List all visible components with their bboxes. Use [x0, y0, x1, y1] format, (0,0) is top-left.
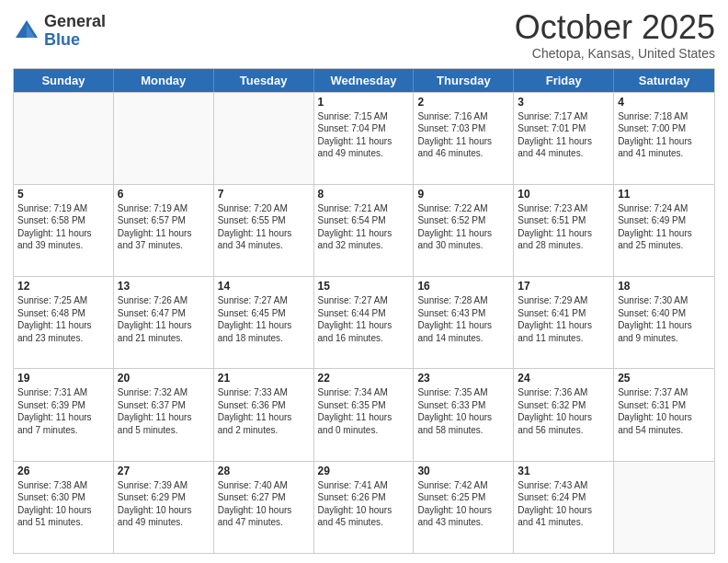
calendar-body: 1Sunrise: 7:15 AM Sunset: 7:04 PM Daylig… [14, 92, 714, 553]
day-cell-26: 26Sunrise: 7:38 AM Sunset: 6:30 PM Dayli… [14, 462, 114, 553]
day-info: Sunrise: 7:32 AM Sunset: 6:37 PM Dayligh… [118, 386, 210, 436]
day-cell-25: 25Sunrise: 7:37 AM Sunset: 6:31 PM Dayli… [614, 369, 714, 460]
day-number: 18 [618, 280, 711, 293]
day-number: 20 [118, 372, 210, 385]
logo-blue-text: Blue [44, 31, 106, 50]
day-info: Sunrise: 7:21 AM Sunset: 6:54 PM Dayligh… [318, 202, 410, 252]
day-cell-13: 13Sunrise: 7:26 AM Sunset: 6:47 PM Dayli… [114, 277, 214, 368]
day-info: Sunrise: 7:34 AM Sunset: 6:35 PM Dayligh… [318, 386, 410, 436]
day-info: Sunrise: 7:16 AM Sunset: 7:03 PM Dayligh… [417, 110, 509, 160]
day-cell-16: 16Sunrise: 7:28 AM Sunset: 6:43 PM Dayli… [414, 277, 514, 368]
calendar-week-4: 19Sunrise: 7:31 AM Sunset: 6:39 PM Dayli… [14, 368, 714, 460]
page: General Blue October 2025 Chetopa, Kansa… [0, 0, 728, 563]
day-cell-6: 6Sunrise: 7:19 AM Sunset: 6:57 PM Daylig… [114, 185, 214, 276]
day-number: 11 [618, 188, 711, 201]
day-cell-9: 9Sunrise: 7:22 AM Sunset: 6:52 PM Daylig… [414, 185, 514, 276]
title-block: October 2025 Chetopa, Kansas, United Sta… [515, 9, 715, 61]
day-number: 12 [17, 280, 109, 293]
day-number: 22 [318, 372, 410, 385]
day-info: Sunrise: 7:20 AM Sunset: 6:55 PM Dayligh… [218, 202, 310, 252]
day-cell-14: 14Sunrise: 7:27 AM Sunset: 6:45 PM Dayli… [214, 277, 314, 368]
day-info: Sunrise: 7:42 AM Sunset: 6:25 PM Dayligh… [417, 479, 509, 529]
day-info: Sunrise: 7:17 AM Sunset: 7:01 PM Dayligh… [518, 110, 609, 160]
header-day-wednesday: Wednesday [314, 69, 415, 92]
day-cell-10: 10Sunrise: 7:23 AM Sunset: 6:51 PM Dayli… [514, 185, 614, 276]
day-number: 29 [318, 465, 410, 477]
day-info: Sunrise: 7:27 AM Sunset: 6:45 PM Dayligh… [218, 294, 310, 344]
day-number: 4 [618, 96, 711, 109]
day-number: 17 [518, 280, 609, 293]
day-info: Sunrise: 7:19 AM Sunset: 6:58 PM Dayligh… [17, 202, 109, 252]
day-cell-empty [614, 462, 714, 553]
day-info: Sunrise: 7:39 AM Sunset: 6:29 PM Dayligh… [118, 479, 210, 529]
day-number: 26 [17, 465, 109, 477]
calendar-header: SundayMondayTuesdayWednesdayThursdayFrid… [14, 69, 714, 92]
day-number: 14 [218, 280, 310, 293]
day-cell-3: 3Sunrise: 7:17 AM Sunset: 7:01 PM Daylig… [514, 93, 614, 184]
day-number: 7 [218, 188, 310, 201]
day-info: Sunrise: 7:28 AM Sunset: 6:43 PM Dayligh… [417, 294, 509, 344]
logo-text: General Blue [44, 13, 106, 50]
day-number: 3 [518, 96, 609, 109]
day-cell-18: 18Sunrise: 7:30 AM Sunset: 6:40 PM Dayli… [614, 277, 714, 368]
day-cell-27: 27Sunrise: 7:39 AM Sunset: 6:29 PM Dayli… [114, 462, 214, 553]
day-info: Sunrise: 7:27 AM Sunset: 6:44 PM Dayligh… [318, 294, 410, 344]
header-day-sunday: Sunday [14, 69, 114, 92]
header-day-saturday: Saturday [614, 69, 714, 92]
day-number: 8 [318, 188, 410, 201]
header-day-tuesday: Tuesday [214, 69, 314, 92]
day-info: Sunrise: 7:40 AM Sunset: 6:27 PM Dayligh… [218, 479, 310, 529]
header: General Blue October 2025 Chetopa, Kansa… [13, 9, 715, 61]
day-number: 25 [618, 372, 711, 385]
day-info: Sunrise: 7:41 AM Sunset: 6:26 PM Dayligh… [318, 479, 410, 529]
calendar-week-5: 26Sunrise: 7:38 AM Sunset: 6:30 PM Dayli… [14, 461, 714, 553]
calendar-week-2: 5Sunrise: 7:19 AM Sunset: 6:58 PM Daylig… [14, 184, 714, 276]
day-info: Sunrise: 7:22 AM Sunset: 6:52 PM Dayligh… [417, 202, 509, 252]
day-cell-30: 30Sunrise: 7:42 AM Sunset: 6:25 PM Dayli… [414, 462, 514, 553]
day-cell-23: 23Sunrise: 7:35 AM Sunset: 6:33 PM Dayli… [414, 369, 514, 460]
day-number: 10 [518, 188, 609, 201]
day-cell-17: 17Sunrise: 7:29 AM Sunset: 6:41 PM Dayli… [514, 277, 614, 368]
day-info: Sunrise: 7:26 AM Sunset: 6:47 PM Dayligh… [118, 294, 210, 344]
month-title: October 2025 [515, 9, 715, 46]
logo-icon [13, 17, 40, 45]
day-cell-11: 11Sunrise: 7:24 AM Sunset: 6:49 PM Dayli… [614, 185, 714, 276]
day-cell-12: 12Sunrise: 7:25 AM Sunset: 6:48 PM Dayli… [14, 277, 114, 368]
day-number: 15 [318, 280, 410, 293]
day-number: 23 [417, 372, 509, 385]
day-info: Sunrise: 7:30 AM Sunset: 6:40 PM Dayligh… [618, 294, 711, 344]
logo: General Blue [13, 13, 106, 50]
day-number: 6 [118, 188, 210, 201]
day-cell-8: 8Sunrise: 7:21 AM Sunset: 6:54 PM Daylig… [314, 185, 415, 276]
day-number: 21 [218, 372, 310, 385]
day-info: Sunrise: 7:19 AM Sunset: 6:57 PM Dayligh… [118, 202, 210, 252]
day-cell-19: 19Sunrise: 7:31 AM Sunset: 6:39 PM Dayli… [14, 369, 114, 460]
day-cell-28: 28Sunrise: 7:40 AM Sunset: 6:27 PM Dayli… [214, 462, 314, 553]
day-number: 9 [417, 188, 509, 201]
day-cell-4: 4Sunrise: 7:18 AM Sunset: 7:00 PM Daylig… [614, 93, 714, 184]
header-day-friday: Friday [514, 69, 614, 92]
day-cell-empty [214, 93, 314, 184]
day-cell-21: 21Sunrise: 7:33 AM Sunset: 6:36 PM Dayli… [214, 369, 314, 460]
day-cell-20: 20Sunrise: 7:32 AM Sunset: 6:37 PM Dayli… [114, 369, 214, 460]
day-cell-7: 7Sunrise: 7:20 AM Sunset: 6:55 PM Daylig… [214, 185, 314, 276]
day-cell-1: 1Sunrise: 7:15 AM Sunset: 7:04 PM Daylig… [314, 93, 415, 184]
day-number: 16 [417, 280, 509, 293]
day-cell-22: 22Sunrise: 7:34 AM Sunset: 6:35 PM Dayli… [314, 369, 415, 460]
day-info: Sunrise: 7:38 AM Sunset: 6:30 PM Dayligh… [17, 479, 109, 529]
day-cell-29: 29Sunrise: 7:41 AM Sunset: 6:26 PM Dayli… [314, 462, 415, 553]
day-cell-empty [114, 93, 214, 184]
day-number: 31 [518, 465, 609, 477]
day-number: 28 [218, 465, 310, 477]
day-cell-5: 5Sunrise: 7:19 AM Sunset: 6:58 PM Daylig… [14, 185, 114, 276]
day-cell-24: 24Sunrise: 7:36 AM Sunset: 6:32 PM Dayli… [514, 369, 614, 460]
calendar-week-3: 12Sunrise: 7:25 AM Sunset: 6:48 PM Dayli… [14, 276, 714, 368]
day-info: Sunrise: 7:15 AM Sunset: 7:04 PM Dayligh… [318, 110, 410, 160]
day-info: Sunrise: 7:29 AM Sunset: 6:41 PM Dayligh… [518, 294, 609, 344]
day-info: Sunrise: 7:36 AM Sunset: 6:32 PM Dayligh… [518, 386, 609, 436]
day-info: Sunrise: 7:43 AM Sunset: 6:24 PM Dayligh… [518, 479, 609, 529]
day-number: 2 [417, 96, 509, 109]
day-info: Sunrise: 7:25 AM Sunset: 6:48 PM Dayligh… [17, 294, 109, 344]
logo-general-text: General [44, 13, 106, 31]
day-number: 30 [417, 465, 509, 477]
